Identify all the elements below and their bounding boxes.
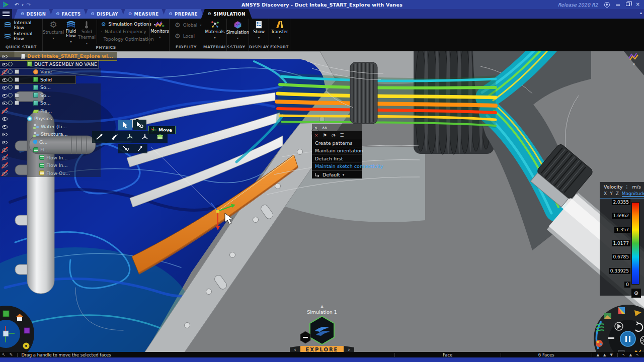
show-button[interactable]: Show ▾ [249,19,269,45]
tree-row[interactable]: G... [0,138,101,146]
simulation-options-button[interactable]: ⚙ Simulation Options ▾ [101,21,146,28]
internal-flow-button[interactable]: Internal Flow [2,20,42,30]
tree-row[interactable]: So... [0,83,101,92]
tree-row[interactable]: Solid [0,76,75,84]
undo-button[interactable]: ↶ [15,2,19,8]
fidelity-global-button[interactable]: ⚙ Global ▾ [173,20,203,30]
structure-tree[interactable]: Duct Intake_START_Explore wi...DUCT ASSE… [0,52,119,177]
visibility-off-icon[interactable] [2,154,8,160]
radial-menu-right[interactable] [590,301,644,352]
blade-tool[interactable] [107,131,122,143]
visibility-off-icon[interactable] [2,170,8,176]
monitors-button[interactable]: Monitors ▾ [150,19,169,45]
hide-panel-icon[interactable] [608,337,614,339]
context-menu-item[interactable]: Detach first [312,155,362,163]
section-cube-icon[interactable] [24,328,30,333]
pick-cursor-icon[interactable]: ↖ [622,353,625,357]
context-menu-item[interactable]: Maintain orientation [312,147,362,155]
vane-tool-row[interactable] [92,131,168,143]
move-arrow-tool[interactable] [92,131,107,143]
selection-info[interactable]: 6 Faces [504,352,589,357]
solid-thermal-button[interactable]: Solid Thermal ▾ [78,19,96,45]
explore-button[interactable]: Explore [300,346,344,352]
fidelity-local-button[interactable]: ⚙ Local [173,31,203,41]
tree-row[interactable]: Flow Ou... [0,169,101,177]
radial-menu-left[interactable] [0,303,41,352]
restore-button[interactable] [626,2,630,7]
propeller-tool[interactable] [137,131,152,143]
legend-settings-button[interactable]: ⚙ [631,289,641,298]
tab-prepare[interactable]: ⚙Prepare [162,9,204,19]
particles-sphere-icon[interactable] [596,340,603,347]
visibility-off-icon[interactable] [2,162,8,168]
monitors-flyout[interactable]: ▾ [627,52,641,67]
visibility-icon[interactable] [2,61,8,67]
context-collapse-icon[interactable]: ∧∧ [322,125,327,130]
record-icon[interactable] [23,343,30,349]
tab-display[interactable]: ⚙Display [85,9,125,19]
context-close-icon[interactable]: × [314,125,318,130]
list-options-icon[interactable]: ☰ [340,133,344,138]
checkbox-icon[interactable] [15,77,19,82]
collapse-ribbon-button[interactable]: ▴ [640,11,642,15]
select-tool-button[interactable] [118,120,132,130]
activate-ring-icon[interactable] [8,85,13,89]
visibility-icon[interactable] [2,92,8,98]
prev-stage-button[interactable]: ‹ [290,346,300,352]
remove-stage-button[interactable] [299,331,312,344]
triad-icon[interactable] [3,326,15,342]
visibility-icon[interactable] [2,84,8,90]
tree-row[interactable]: Water (Li... [0,123,101,131]
checkbox-icon[interactable] [15,85,19,89]
pull-tool-row[interactable] [118,144,147,153]
select-options-button[interactable] [133,120,146,130]
external-flow-button[interactable]: External Flow [2,31,42,41]
tree-row[interactable]: Fl... [0,146,101,154]
tab-simulation[interactable]: ⚙Simulation [201,9,252,19]
tab-design[interactable]: ⚙Design [14,9,52,19]
checkbox-icon[interactable] [15,69,19,74]
minimize-button[interactable] [616,2,620,7]
pick-up-icon[interactable]: ▲ [629,353,632,357]
selection-mode[interactable]: Face [397,352,498,357]
pause-center-button[interactable] [620,331,635,346]
checkbox-icon[interactable] [15,93,19,98]
activate-ring-icon[interactable] [8,77,13,82]
legend-component-y[interactable]: Y [610,191,613,197]
activate-ring-icon[interactable] [8,69,13,74]
selection-up2-icon[interactable]: ▲ [603,353,606,357]
visibility-off-icon[interactable] [2,69,8,75]
visibility-off-icon[interactable] [2,108,8,114]
results-legend[interactable]: Velocity ⋮ m/s XYZMagnitude ⚙ 2.03551.69… [600,182,644,296]
pull-tool[interactable] [118,144,133,153]
tree-row[interactable]: So... [0,92,101,100]
tree-row[interactable]: Duct Intake_START_Explore wi... [0,52,117,60]
account-icon[interactable] [604,2,610,8]
selection-up-icon[interactable]: ▲ [597,353,599,357]
tree-row[interactable]: So... [0,99,101,107]
visibility-icon[interactable] [2,123,8,129]
legend-menu-icon[interactable]: ⋮ [624,184,629,190]
transfer-button[interactable]: Transfer ▾ [269,19,290,45]
fan-tool[interactable] [122,131,137,143]
activate-ring-icon[interactable] [8,62,13,66]
view-cube-icon[interactable] [3,311,9,317]
checkbox-icon[interactable] [15,101,19,105]
activate-ring-icon[interactable] [8,93,13,98]
context-options-panel[interactable]: × ∧∧ × ⚑ ◔ ☰ Create patternsMaintain ori… [312,124,362,178]
tree-row[interactable]: DUCT ASSEMBLY NO VANE [0,60,99,68]
study-simulation-button[interactable]: Simulation ▾ [227,19,249,45]
flag-icon[interactable]: ⚑ [323,133,327,138]
main-menu-button[interactable] [0,9,12,19]
tree-row[interactable]: Pla... [0,107,101,115]
materials-button[interactable]: Materials ▾ [203,19,226,45]
undo-dropdown[interactable]: ▾ [22,3,23,7]
viewport-3d[interactable]: Duct Intake_START_Explore wi...DUCT ASSE… [0,51,644,352]
topology-optimization-button[interactable]: Topology Optimization [101,36,146,43]
turbine-tool[interactable] [152,131,168,143]
legend-colorbar[interactable] [631,202,639,285]
visibility-icon[interactable] [2,131,8,137]
legend-component-z[interactable]: Z [616,191,619,197]
tree-row[interactable]: Flow In... [0,154,101,162]
visibility-icon[interactable] [2,139,8,145]
